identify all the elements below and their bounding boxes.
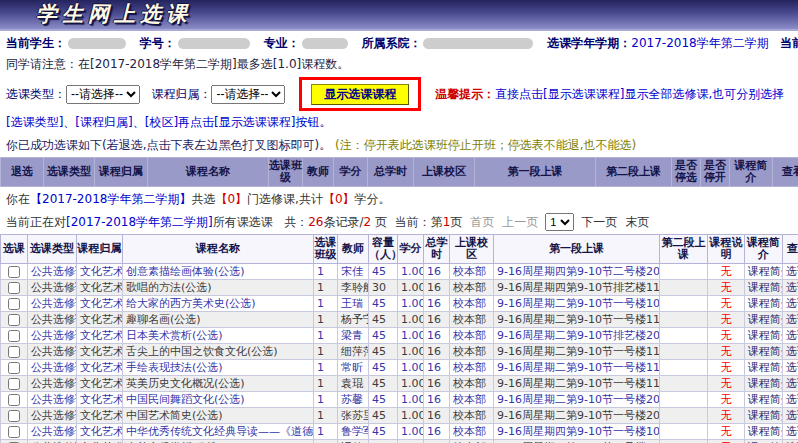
course-schedule2-cell: [660, 440, 708, 443]
course-campus-cell: 校本部: [450, 344, 494, 360]
course-row: 公共选修课文化艺术类中国艺术简史(公选)1张苏里451.0016校本部9-16周…: [1, 408, 798, 424]
course-view-cell[interactable]: 选课情况: [783, 312, 798, 328]
course-capacity-cell: 45: [369, 424, 398, 440]
course-name-cell: 中国民间舞蹈文化(公选): [123, 392, 314, 408]
course-select-checkbox[interactable]: [8, 298, 20, 310]
course-hours-cell: 16: [424, 344, 450, 360]
course-teacher-cell: 袁琨: [338, 376, 369, 392]
selected-note-aside: (注：停开表此选课班停止开班；停选表不能退,也不能选): [335, 138, 636, 152]
course-category-cell: 文化艺术类: [77, 296, 123, 312]
course-capacity-cell: 45: [369, 392, 398, 408]
show-courses-button[interactable]: 显示选课课程: [311, 84, 409, 105]
course-schedule1-cell: 9-16周星期二第9-10节一号楼202室(50人): [494, 392, 660, 408]
course-view-cell[interactable]: 选课情况: [783, 328, 798, 344]
course-select-checkbox[interactable]: [8, 410, 20, 422]
course-view-cell[interactable]: 选课情况: [783, 408, 798, 424]
course-hours-cell: 16: [424, 360, 450, 376]
course-select-checkbox[interactable]: [8, 330, 20, 342]
summary-term: 【2017-2018学年第二学期】: [30, 192, 191, 206]
course-schedule2-cell: [660, 360, 708, 376]
course-view-cell[interactable]: 选课情况: [783, 392, 798, 408]
course-schedule1-cell: 9-16周星期二第9-10节排艺楼202室(120人): [494, 328, 660, 344]
course-view-cell[interactable]: 选课情况: [783, 296, 798, 312]
course-name-cell: 给大家的西方美术史(公选): [123, 296, 314, 312]
course-campus-cell: 校本部: [450, 408, 494, 424]
course-header-8: 总学时: [424, 235, 450, 264]
course-intro-cell[interactable]: 课程简介: [745, 440, 783, 443]
course-intro-cell[interactable]: 课程简介: [745, 408, 783, 424]
course-row: 公共选修课文化艺术类中华优秀传统文化经典导读——《道德经》(公选)1鲁学军451…: [1, 424, 798, 440]
course-capacity-cell: 45: [369, 264, 398, 280]
course-name-cell: 创意素描绘画体验(公选): [123, 264, 314, 280]
course-schedule1-cell: 9-16周星期二第9-10节一号楼116室(50人): [494, 376, 660, 392]
course-category-label: 课程归属：: [151, 87, 211, 101]
course-select-cell: [1, 376, 28, 392]
course-teacher-cell: 梁青: [338, 328, 369, 344]
course-intro-cell[interactable]: 课程简介: [745, 344, 783, 360]
page-select[interactable]: 1: [545, 213, 574, 231]
course-intro-cell[interactable]: 课程简介: [745, 392, 783, 408]
student-name-redacted: [68, 38, 126, 49]
course-intro-cell[interactable]: 课程简介: [745, 264, 783, 280]
course-capacity-cell: 45: [369, 296, 398, 312]
course-name-cell: 英美历史文化概况(公选): [123, 376, 314, 392]
summary-text: 你在: [6, 192, 30, 206]
course-schedule1-cell: 9-16周星期二第9-10节一号楼113室(70人): [494, 344, 660, 360]
course-view-cell[interactable]: 选课情况: [783, 344, 798, 360]
course-select-cell: [1, 328, 28, 344]
course-intro-cell[interactable]: 课程简介: [745, 312, 783, 328]
summary-text: 学分。: [355, 192, 391, 206]
course-select-checkbox[interactable]: [8, 362, 20, 374]
last-page-link[interactable]: 末页: [625, 215, 649, 229]
course-credit-cell: 1.00: [398, 344, 424, 360]
course-view-cell[interactable]: 选课情况: [783, 280, 798, 296]
summary-text: 门选修课,共计: [247, 192, 323, 206]
course-header-2: 课程归属: [77, 235, 123, 264]
course-select-cell: [1, 264, 28, 280]
course-select-cell: [1, 392, 28, 408]
course-view-cell[interactable]: 选课情况: [783, 360, 798, 376]
course-intro-cell[interactable]: 课程简介: [745, 424, 783, 440]
course-type-select[interactable]: --请选择--: [66, 85, 140, 104]
course-intro-cell[interactable]: 课程简介: [745, 280, 783, 296]
course-teacher-cell: 常昕: [338, 360, 369, 376]
selected-courses-header-row: 退选选课类型课程归属课程名称选课班级教师学分总学时上课校区第一段上课第二段上课是…: [1, 158, 798, 187]
course-intro-cell[interactable]: 课程简介: [745, 328, 783, 344]
course-category-select[interactable]: --请选择--: [211, 85, 285, 104]
course-select-cell: [1, 408, 28, 424]
course-credit-cell: 1.00: [398, 408, 424, 424]
course-credit-cell: 1.00: [398, 312, 424, 328]
course-intro-cell[interactable]: 课程简介: [745, 376, 783, 392]
term-value: 2017-2018学年第二学期: [631, 36, 768, 50]
course-select-checkbox[interactable]: [8, 378, 20, 390]
course-select-checkbox[interactable]: [8, 282, 20, 294]
course-view-cell[interactable]: 选课情况: [783, 440, 798, 443]
course-class-no-cell: 1: [314, 264, 338, 280]
course-type-cell: 公共选修课: [28, 408, 77, 424]
pager-suffix: 所有课选课: [213, 215, 273, 229]
course-view-cell[interactable]: 选课情况: [783, 264, 798, 280]
course-name-cell: 手绘表现技法(公选): [123, 360, 314, 376]
selected-header-14: 查看: [773, 158, 798, 187]
course-category-cell: 文化艺术类: [77, 408, 123, 424]
course-view-cell[interactable]: 选课情况: [783, 376, 798, 392]
course-view-cell[interactable]: 选课情况: [783, 424, 798, 440]
course-schedule2-cell: [660, 376, 708, 392]
course-campus-cell: 校本部: [450, 328, 494, 344]
course-schedule1-cell: 9-16周星期二第9-10节一号楼110室(50人): [494, 312, 660, 328]
course-class-no-cell: 1: [314, 408, 338, 424]
selected-header-10: 第二段上课: [596, 158, 672, 187]
course-intro-cell[interactable]: 课程简介: [745, 296, 783, 312]
course-select-checkbox[interactable]: [8, 346, 20, 358]
course-schedule1-cell: 9-16周星期四第9-10节一号楼104室(51人): [494, 440, 660, 443]
pager-pages-unit: 页: [371, 215, 387, 229]
course-select-checkbox[interactable]: [8, 426, 20, 438]
course-select-checkbox[interactable]: [8, 314, 20, 326]
course-select-checkbox[interactable]: [8, 266, 20, 278]
course-type-cell: 公共选修课: [28, 344, 77, 360]
course-intro-cell[interactable]: 课程简介: [745, 360, 783, 376]
course-credit-cell: 1.00: [398, 264, 424, 280]
course-select-checkbox[interactable]: [8, 394, 20, 406]
course-note-cell: 无: [708, 440, 745, 443]
next-page-link[interactable]: 下一页: [581, 215, 617, 229]
